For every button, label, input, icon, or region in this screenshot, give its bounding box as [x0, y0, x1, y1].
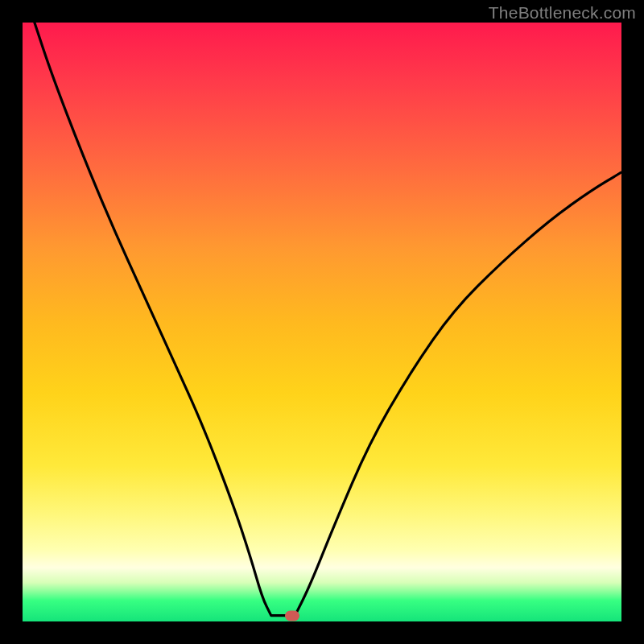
optimum-marker — [285, 610, 299, 621]
bottleneck-curve — [23, 23, 621, 621]
chart-plot-area — [23, 23, 621, 621]
watermark-text: TheBottleneck.com — [489, 3, 636, 23]
chart-frame: TheBottleneck.com — [0, 0, 644, 644]
